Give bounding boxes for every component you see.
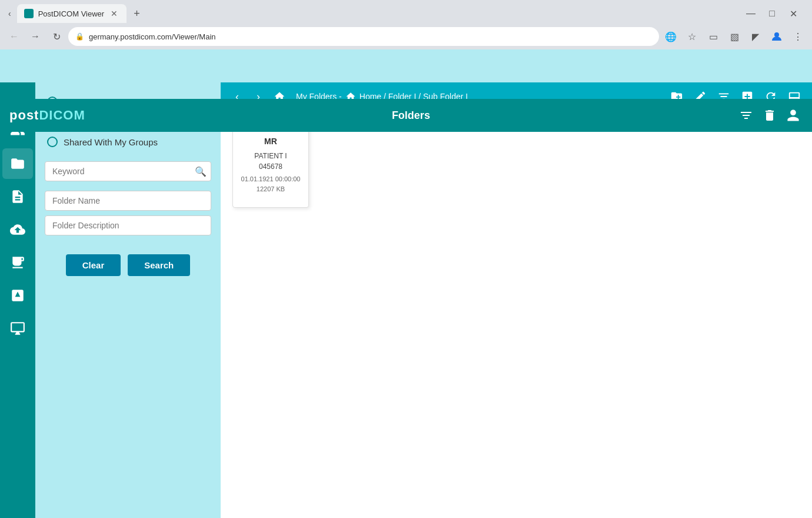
file-card[interactable]: MR PATIENT I 045678 01.01.1921 00:00:00 … <box>232 122 309 208</box>
shared-groups-label: Shared With My Groups <box>64 137 158 147</box>
keyword-search-icon-btn[interactable]: 🔍 <box>195 166 207 177</box>
sort-icon[interactable] <box>737 106 756 125</box>
back-btn[interactable]: ← <box>5 27 24 46</box>
tab-back-btn[interactable]: ‹ <box>5 6 15 21</box>
address-bar: 🔒 germany.postdicom.com/Viewer/Main <box>68 27 659 46</box>
forward-btn[interactable]: → <box>26 27 45 46</box>
menu-btn[interactable]: ⋮ <box>788 27 807 46</box>
nav-remote-icon[interactable] <box>2 313 33 344</box>
active-tab[interactable]: PostDICOM Viewer ✕ <box>17 4 127 23</box>
clear-button[interactable]: Clear <box>66 254 121 276</box>
profile-btn[interactable] <box>767 27 786 46</box>
action-buttons: Clear Search <box>45 254 211 276</box>
filter-fields <box>45 191 211 235</box>
folder-name-input[interactable] <box>45 191 211 211</box>
bookmark-btn[interactable]: ☆ <box>683 27 701 46</box>
shared-groups-radio <box>47 137 58 147</box>
nav-query-icon[interactable] <box>2 247 33 278</box>
left-nav <box>0 82 35 518</box>
nav-studies-icon[interactable] <box>2 181 33 212</box>
minimize-btn[interactable]: — <box>741 4 760 23</box>
maximize-btn[interactable]: □ <box>763 4 781 23</box>
trash-icon[interactable] <box>760 106 779 125</box>
patient-name: PATIENT I <box>241 151 301 161</box>
url-text: germany.postdicom.com/Viewer/Main <box>89 32 652 41</box>
extensions-btn[interactable]: ▧ <box>725 27 744 46</box>
nav-folders-icon[interactable] <box>2 148 33 179</box>
nav-analytics-icon[interactable] <box>2 280 33 311</box>
file-type: MR <box>264 137 277 146</box>
lock-icon: 🔒 <box>75 32 84 41</box>
study-date: 01.01.1921 00:00:00 <box>241 174 301 184</box>
sidebar: ✓ My Folders Shared With Me Shared With … <box>35 82 221 518</box>
file-size: 12207 KB <box>241 184 301 194</box>
file-patient: PATIENT I 045678 01.01.1921 00:00:00 122… <box>241 151 301 194</box>
svg-point-0 <box>774 32 779 37</box>
app-header-title: Folders <box>85 109 737 122</box>
sidebar-btn[interactable]: ◤ <box>746 27 765 46</box>
tab-close-btn[interactable]: ✕ <box>109 8 119 19</box>
search-button[interactable]: Search <box>128 254 190 276</box>
app-header: postDICOM Folders <box>0 99 812 132</box>
tab-title: PostDICOM Viewer <box>38 9 104 18</box>
nav-upload-icon[interactable] <box>2 214 33 245</box>
user-icon[interactable] <box>784 106 803 125</box>
main-content: ‹ › My Folders - Home / Folder I / Sub F… <box>221 82 812 518</box>
new-tab-btn[interactable]: + <box>129 6 145 21</box>
pip-btn[interactable]: ▭ <box>704 27 723 46</box>
app-logo: postDICOM <box>9 108 85 123</box>
translate-btn[interactable]: 🌐 <box>661 27 680 46</box>
close-btn[interactable]: ✕ <box>784 4 803 23</box>
sidebar-item-shared-with-groups[interactable]: Shared With My Groups <box>45 132 211 152</box>
keyword-search-box: 🔍 <box>45 161 211 181</box>
folder-description-input[interactable] <box>45 215 211 235</box>
patient-id: 045678 <box>241 161 301 172</box>
reload-btn[interactable]: ↻ <box>47 27 66 46</box>
content-area: MR PATIENT I 045678 01.01.1921 00:00:00 … <box>221 111 812 518</box>
tab-favicon <box>24 9 34 18</box>
keyword-input[interactable] <box>45 161 211 181</box>
